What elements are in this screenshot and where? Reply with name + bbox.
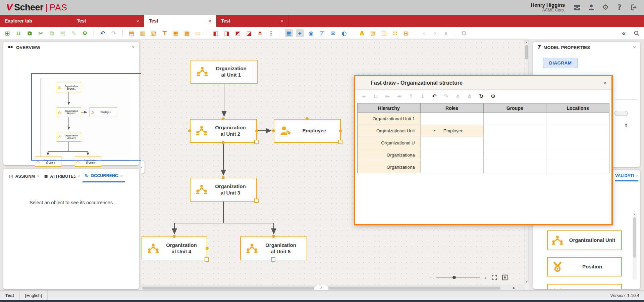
tab-close-icon[interactable]: × [636,173,639,178]
connection-port[interactable] [222,117,225,120]
lock-icon[interactable]: Ω [460,29,468,37]
settings-gear-icon[interactable]: ⚙ [601,3,610,12]
export-model-icon[interactable]: ▤ [127,29,136,37]
copy-icon[interactable]: ⧉ [48,29,56,37]
connection-port[interactable] [339,129,342,132]
node-org-unit-3[interactable]: Organizational Unit 3 [190,178,257,202]
branch-icon[interactable]: ⋔ [454,92,461,100]
canvas-horizontal-scrollbar[interactable]: ▶ [141,286,524,290]
tab-test-1[interactable]: Test × [72,15,144,27]
object-hierarchy-icon[interactable]: ⋔ [256,29,264,37]
nav-forward-icon[interactable]: › [431,29,439,37]
resize-handle[interactable] [205,257,209,262]
print-model-icon[interactable]: ▦ [172,29,180,37]
redo-icon[interactable]: ↷ [443,92,449,100]
minimap-viewport[interactable] [31,73,143,161]
resize-handle[interactable] [254,199,259,203]
roles-cell[interactable]: •Employee [420,125,483,137]
vertical-scroll-thumb[interactable] [525,45,528,59]
tab-close-icon[interactable]: × [37,174,40,179]
overview-close-icon[interactable]: × [132,45,135,50]
tab-close-icon[interactable]: × [280,18,283,24]
pin-model-icon[interactable]: ⊤ [161,29,169,37]
resize-handle[interactable] [254,140,259,144]
locations-cell[interactable] [546,125,609,137]
stepper-arrows-icon[interactable]: ▲▼ [625,123,628,128]
export-image-icon[interactable]: ▩ [183,29,191,37]
crop-selection-icon[interactable]: ▭ [194,29,202,37]
format-painter-icon[interactable]: ✎ [70,29,78,37]
scroll-down-icon[interactable]: ▼ [525,281,528,284]
connection-port[interactable] [306,117,309,120]
assign-object-icon[interactable]: ◧ [212,29,220,37]
expand-bottom-handle[interactable]: ∧ [314,285,329,290]
roles-cell[interactable] [420,149,483,161]
undo-icon[interactable]: ↶ [431,92,438,100]
groups-cell[interactable] [483,125,546,137]
roles-cell[interactable] [420,113,483,125]
groups-cell[interactable] [483,149,546,161]
connection-port[interactable] [188,129,191,132]
connection-port[interactable] [255,129,258,132]
scroll-up-icon[interactable]: ▲ [633,213,637,216]
duplicate-model-icon[interactable]: ⧉ [25,29,34,37]
node-org-unit-1[interactable]: Organizational Unit 1 [191,60,258,84]
search-icon[interactable] [633,29,641,37]
connection-port[interactable] [272,235,275,238]
help-icon[interactable]: ? [615,3,624,12]
user-profile-icon[interactable] [587,3,596,12]
resize-handle[interactable] [271,257,275,262]
collapse-left-panel-handle[interactable]: ‹ [141,160,145,174]
layout-columns-icon[interactable]: ◫ [380,29,388,37]
scroll-right-icon[interactable]: ▶ [513,286,515,290]
tab-close-icon[interactable]: × [120,173,123,178]
node-employee[interactable]: Employee [274,119,341,143]
toggle-highlight-icon[interactable]: ◐ [340,29,348,37]
roles-cell[interactable] [420,137,483,149]
palette-scrollbar[interactable]: ▲ [633,213,637,280]
insert-image-icon[interactable]: ▧ [369,29,377,37]
add-row-icon[interactable]: + [361,92,367,100]
connection-port[interactable] [222,176,225,179]
locations-cell[interactable] [546,161,609,173]
locations-cell[interactable] [546,113,609,125]
tab-test-3[interactable]: Test × [216,15,288,27]
delete-row-icon[interactable]: ⊔ [372,92,379,100]
palette-scroll-thumb[interactable] [633,217,636,258]
branch-alt-icon[interactable]: ⋔ [466,92,473,100]
table-settings-icon[interactable]: ⚙ [490,92,496,100]
paste-icon[interactable]: ▤ [59,29,67,37]
toggle-grid-icon[interactable]: ▦ [285,29,293,37]
tab-close-icon[interactable]: × [208,18,211,24]
palette-item-3[interactable] [547,284,622,289]
hierarchy-cell[interactable]: Organizational U [358,137,421,149]
find-objects-icon[interactable]: ◉ [307,29,315,37]
zoom-slider[interactable] [436,277,480,278]
unassign-object-icon[interactable]: ◨ [223,29,231,37]
delete-model-icon[interactable]: ⊔ [14,29,22,37]
groups-cell[interactable] [483,161,546,173]
dialog-close-icon[interactable]: × [603,80,607,86]
move-up-icon[interactable]: ↑ [408,92,414,100]
outdent-icon[interactable]: ⇤ [384,92,391,100]
hierarchy-cell[interactable]: Organizationa [358,149,421,161]
tab-occurrences[interactable]: ↻ OCCURRENCES × [83,170,125,182]
insert-table-icon[interactable]: ⊞ [402,29,410,37]
groups-cell[interactable] [483,137,546,149]
move-down-icon[interactable]: ↓ [419,92,426,100]
refresh-icon[interactable]: ↻ [478,92,485,100]
tab-assignments[interactable]: ☑ ASSIGNM × [7,171,42,182]
zoom-out-button[interactable]: − [429,275,432,281]
tab-validation[interactable]: VALIDATI × [615,173,638,181]
connection-port[interactable] [272,129,275,132]
logout-icon[interactable] [629,3,638,12]
palette-item-organizational-unit[interactable]: Organizational Unit [547,230,622,250]
collapse-panels-icon[interactable]: « [620,29,628,37]
roles-cell[interactable] [420,161,483,173]
model-report-icon[interactable]: ▥ [139,29,147,37]
undo-icon[interactable]: ↶ [99,29,107,37]
hierarchy-cell[interactable]: Organizational Unit [358,125,421,137]
hierarchy-cell[interactable]: Organizationa [358,161,421,173]
font-color-icon[interactable]: A [358,29,366,37]
more-options-icon[interactable]: ⋮ [267,29,275,37]
